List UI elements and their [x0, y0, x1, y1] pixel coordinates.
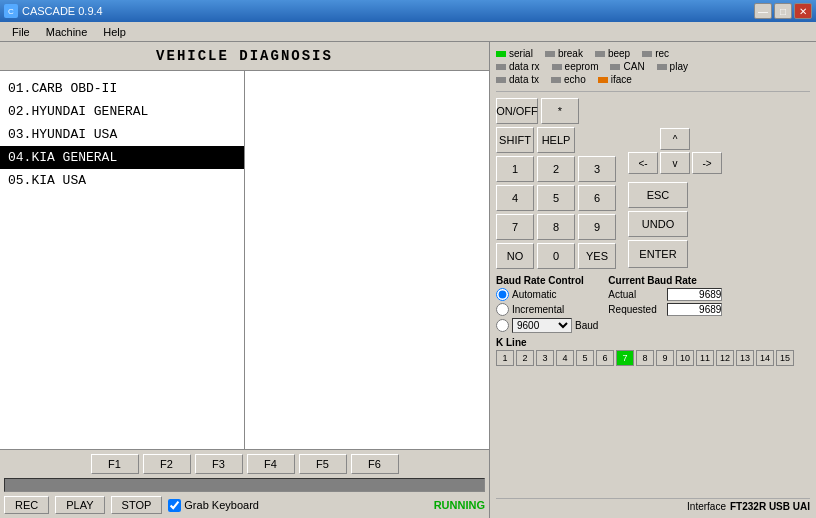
key-5[interactable]: 5 [537, 185, 575, 211]
list-item[interactable]: 05.KIA USA [0, 169, 244, 192]
kline-btn-11[interactable]: 11 [696, 350, 714, 366]
kline-btn-3[interactable]: 3 [536, 350, 554, 366]
left-button[interactable]: <- [628, 152, 658, 174]
key-6[interactable]: 6 [578, 185, 616, 211]
kline-btn-12[interactable]: 12 [716, 350, 734, 366]
maximize-button[interactable]: □ [774, 3, 792, 19]
status-running: RUNNING [434, 499, 485, 511]
requested-value[interactable] [667, 303, 722, 316]
minimize-button[interactable]: — [754, 3, 772, 19]
kline-btn-14[interactable]: 14 [756, 350, 774, 366]
automatic-radio[interactable]: Automatic [496, 288, 598, 301]
keypad-row-shift: SHIFT HELP [496, 127, 616, 153]
baud-right: Current Baud Rate Actual Requested [608, 275, 722, 333]
baud-label: Baud [575, 320, 598, 331]
grab-keyboard-label[interactable]: Grab Keyboard [168, 499, 259, 512]
status-beep: beep [595, 48, 630, 59]
key-0[interactable]: 0 [537, 243, 575, 269]
rec-led [642, 51, 652, 57]
kline-btn-7[interactable]: 7 [616, 350, 634, 366]
grab-keyboard-checkbox[interactable] [168, 499, 181, 512]
menu-bar: File Machine Help [0, 22, 816, 42]
status-rec: rec [642, 48, 669, 59]
interface-bar: Interface FT232R USB UAI [496, 498, 810, 512]
serial-led [496, 51, 506, 57]
menu-machine[interactable]: Machine [38, 24, 96, 40]
baud-select[interactable]: 9600 [512, 318, 572, 333]
kline-buttons: 123456789101112131415 [496, 350, 810, 366]
list-item[interactable]: 03.HYUNDAI USA [0, 123, 244, 146]
requested-label: Requested [608, 304, 663, 315]
onoff-button[interactable]: ON/OFF [496, 98, 538, 124]
numpad-row-3: 7 8 9 [496, 214, 616, 240]
key-9[interactable]: 9 [578, 214, 616, 240]
list-item-selected[interactable]: 04.KIA GENERAL [0, 146, 244, 169]
menu-file[interactable]: File [4, 24, 38, 40]
status-play: play [657, 61, 688, 72]
break-led [545, 51, 555, 57]
kline-btn-8[interactable]: 8 [636, 350, 654, 366]
no-button[interactable]: NO [496, 243, 534, 269]
status-can: CAN [610, 61, 644, 72]
f6-button[interactable]: F6 [351, 454, 399, 474]
help-button[interactable]: HELP [537, 127, 575, 153]
can-led [610, 64, 620, 70]
kline-btn-1[interactable]: 1 [496, 350, 514, 366]
title-bar-text: CASCADE 0.9.4 [22, 5, 103, 17]
f3-button[interactable]: F3 [195, 454, 243, 474]
close-button[interactable]: ✕ [794, 3, 812, 19]
progress-bar [4, 478, 485, 492]
kline-btn-5[interactable]: 5 [576, 350, 594, 366]
menu-help[interactable]: Help [95, 24, 134, 40]
kline-btn-10[interactable]: 10 [676, 350, 694, 366]
yes-button[interactable]: YES [578, 243, 616, 269]
bottom-controls: REC PLAY STOP Grab Keyboard RUNNING [4, 496, 485, 514]
key-2[interactable]: 2 [537, 156, 575, 182]
kline-title: K Line [496, 337, 810, 348]
kline-btn-9[interactable]: 9 [656, 350, 674, 366]
star-button[interactable]: * [541, 98, 579, 124]
numpad-row-1: 1 2 3 [496, 156, 616, 182]
play-button[interactable]: PLAY [55, 496, 104, 514]
kline-btn-6[interactable]: 6 [596, 350, 614, 366]
undo-button[interactable]: UNDO [628, 211, 688, 237]
kline-btn-15[interactable]: 15 [776, 350, 794, 366]
f-keys-row: F1 F2 F3 F4 F5 F6 [4, 454, 485, 474]
list-item[interactable]: 02.HYUNDAI GENERAL [0, 100, 244, 123]
key-7[interactable]: 7 [496, 214, 534, 240]
incremental-radio[interactable]: Incremental [496, 303, 598, 316]
right-button[interactable]: -> [692, 152, 722, 174]
stop-button[interactable]: STOP [111, 496, 163, 514]
enter-button[interactable]: ENTER [628, 240, 688, 268]
status-row-1: serial break beep rec [496, 48, 810, 59]
esc-button[interactable]: ESC [628, 182, 688, 208]
diagnosis-title: VEHICLE DIAGNOSIS [0, 42, 489, 71]
down-button[interactable]: v [660, 152, 690, 174]
key-8[interactable]: 8 [537, 214, 575, 240]
play-led [657, 64, 667, 70]
status-break: break [545, 48, 583, 59]
f4-button[interactable]: F4 [247, 454, 295, 474]
kline-btn-13[interactable]: 13 [736, 350, 754, 366]
diagnosis-area: 01.CARB OBD-II 02.HYUNDAI GENERAL 03.HYU… [0, 71, 489, 449]
f2-button[interactable]: F2 [143, 454, 191, 474]
detail-area [245, 71, 489, 449]
shift-button[interactable]: SHIFT [496, 127, 534, 153]
actual-value[interactable] [667, 288, 722, 301]
f5-button[interactable]: F5 [299, 454, 347, 474]
key-1[interactable]: 1 [496, 156, 534, 182]
iface-led [598, 77, 608, 83]
key-4[interactable]: 4 [496, 185, 534, 211]
key-3[interactable]: 3 [578, 156, 616, 182]
baud-left: Baud Rate Control Automatic Incremental … [496, 275, 598, 333]
f1-button[interactable]: F1 [91, 454, 139, 474]
list-item[interactable]: 01.CARB OBD-II [0, 77, 244, 100]
up-button[interactable]: ^ [660, 128, 690, 150]
status-datatx: data tx [496, 74, 539, 85]
rec-button[interactable]: REC [4, 496, 49, 514]
kline-btn-2[interactable]: 2 [516, 350, 534, 366]
interface-value: FT232R USB UAI [730, 501, 810, 512]
baud-control-title: Baud Rate Control [496, 275, 598, 286]
kline-btn-4[interactable]: 4 [556, 350, 574, 366]
current-baud-title: Current Baud Rate [608, 275, 722, 286]
